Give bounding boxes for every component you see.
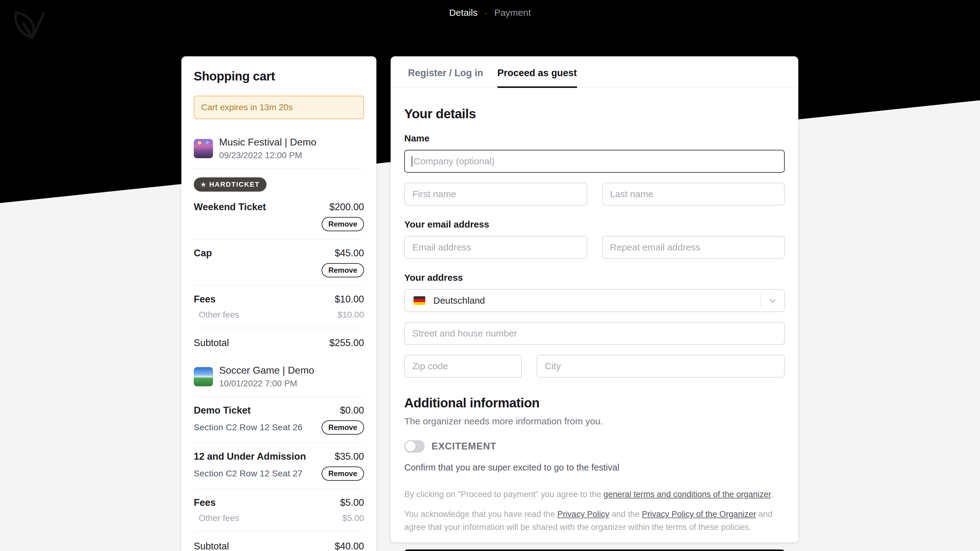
- address-label: Your address: [404, 272, 785, 283]
- checkout-panel: Register / Log in Proceed as guest Your …: [391, 56, 798, 542]
- event-thumbnail: [194, 139, 213, 158]
- excitement-toggle-row: EXCITEMENT: [404, 440, 785, 452]
- fee-sub-name: Other fees: [194, 310, 239, 320]
- breadcrumb-step-details[interactable]: Details: [449, 8, 477, 18]
- name-label: Name: [404, 133, 785, 143]
- excitement-label: EXCITEMENT: [431, 441, 496, 452]
- line-item-name: Weekend Ticket: [194, 202, 266, 213]
- line-item-name: Fees: [194, 497, 216, 508]
- event-title: Soccer Game | Demo: [219, 365, 314, 376]
- seat-info: Section C2 Row 12 Seat 26: [194, 422, 302, 432]
- terms-paragraph-1: By clicking on "Proceed to payment" you …: [404, 488, 785, 501]
- line-item-name: Fees: [194, 294, 216, 305]
- tab-register-login[interactable]: Register / Log in: [408, 56, 483, 87]
- event-datetime: 10/01/2022 7:00 PM: [219, 379, 314, 389]
- first-name-field[interactable]: [404, 183, 587, 205]
- repeat-email-field[interactable]: [602, 236, 785, 259]
- your-details-title: Your details: [404, 107, 785, 121]
- fee-sub-price: $5.00: [342, 513, 364, 523]
- germany-flag-icon: [414, 296, 425, 305]
- breadcrumb: Details · Payment: [0, 8, 980, 18]
- line-item-price: $35.00: [335, 451, 364, 462]
- breadcrumb-separator: ·: [484, 8, 487, 18]
- subtotal-label: Subtotal: [194, 338, 229, 349]
- line-item-name: Demo Ticket: [194, 405, 251, 416]
- remove-button[interactable]: Remove: [321, 467, 364, 481]
- line-item-price: $200.00: [329, 202, 364, 213]
- text-cursor: [412, 156, 412, 167]
- excitement-help-text: Confirm that you are super excited to go…: [404, 462, 785, 473]
- toggle-knob: [405, 441, 416, 452]
- event-thumbnail: [194, 367, 213, 386]
- event-title: Music Festival | Demo: [219, 137, 317, 148]
- subtotal-value: $255.00: [329, 338, 364, 349]
- line-item-price: $45.00: [335, 248, 364, 259]
- company-field[interactable]: [404, 150, 785, 173]
- cart-expiry-notice: Cart expires in 13m 20s: [194, 96, 364, 119]
- cart-line-demo-ticket: Demo Ticket $0.00 Section C2 Row 12 Seat…: [194, 397, 364, 443]
- country-value: Deutschland: [433, 295, 760, 306]
- proceed-to-payment-button[interactable]: Proceed to payment: [404, 549, 785, 551]
- tab-proceed-as-guest[interactable]: Proceed as guest: [498, 56, 577, 87]
- line-item-price: $5.00: [340, 497, 364, 508]
- line-item-price: $10.00: [335, 294, 364, 305]
- cart-event-soccer-game: Soccer Game | Demo 10/01/2022 7:00 PM De…: [194, 365, 364, 551]
- street-field[interactable]: [404, 322, 785, 345]
- star-icon: ★: [200, 181, 206, 188]
- last-name-field[interactable]: [602, 183, 785, 205]
- checkout-tabs: Register / Log in Proceed as guest: [391, 56, 798, 88]
- email-field[interactable]: [404, 236, 587, 259]
- excitement-toggle[interactable]: [404, 440, 425, 452]
- event-datetime: 09/23/2022 12:00 PM: [219, 150, 317, 160]
- privacy-policy-link[interactable]: Privacy Policy: [557, 510, 609, 519]
- cart-event-music-festival: Music Festival | Demo 09/23/2022 12:00 P…: [194, 137, 364, 350]
- cart-line-weekend-ticket: Weekend Ticket $200.00 Remove: [194, 193, 364, 240]
- remove-button[interactable]: Remove: [321, 217, 364, 231]
- terms-paragraph-2: You acknowledge that you have read the P…: [404, 508, 785, 534]
- city-field[interactable]: [537, 355, 785, 377]
- remove-button[interactable]: Remove: [321, 263, 364, 277]
- shopping-cart-panel: Shopping cart Cart expires in 13m 20s Mu…: [181, 56, 376, 551]
- country-select[interactable]: Deutschland: [404, 289, 785, 312]
- cart-line-fees: Fees $10.00 Other fees $10.00: [194, 286, 364, 328]
- chevron-down-icon: [761, 296, 784, 305]
- subtotal-value: $40.00: [335, 541, 364, 551]
- seat-info: Section C2 Row 12 Seat 27: [194, 469, 302, 479]
- email-label: Your email address: [404, 219, 785, 230]
- line-item-price: $0.00: [340, 405, 364, 416]
- event-subtotal-row: Subtotal $40.00: [194, 532, 364, 551]
- cart-title: Shopping cart: [194, 69, 364, 83]
- breadcrumb-step-payment[interactable]: Payment: [494, 8, 531, 18]
- cart-line-cap: Cap $45.00 Remove: [194, 240, 364, 286]
- terms-conditions-link[interactable]: general terms and conditions of the orga…: [604, 490, 772, 499]
- additional-info-subtitle: The organizer needs more information fro…: [404, 416, 785, 427]
- zip-code-field[interactable]: [404, 355, 522, 377]
- fee-sub-name: Other fees: [194, 513, 239, 523]
- event-subtotal-row: Subtotal $255.00: [194, 328, 364, 350]
- remove-button[interactable]: Remove: [321, 420, 364, 435]
- fee-sub-price: $10.00: [337, 310, 364, 320]
- additional-info-title: Additional information: [404, 396, 785, 411]
- line-item-name: 12 and Under Admission: [194, 451, 306, 462]
- cart-line-fees: Fees $5.00 Other fees $5.00: [194, 489, 364, 532]
- subtotal-label: Subtotal: [194, 541, 229, 551]
- organizer-privacy-policy-link[interactable]: Privacy Policy of the Organizer: [642, 510, 756, 519]
- cart-line-12-under: 12 and Under Admission $35.00 Section C2…: [194, 443, 364, 489]
- line-item-name: Cap: [194, 248, 212, 259]
- hardticket-badge: ★ HARDTICKET: [194, 177, 267, 192]
